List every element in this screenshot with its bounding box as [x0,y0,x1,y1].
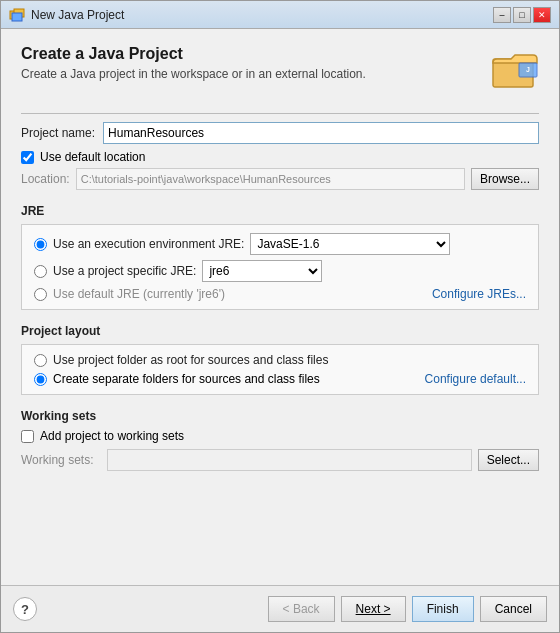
layout-option2-radio[interactable] [34,373,47,386]
jre-section: Use an execution environment JRE: JavaSE… [21,224,539,310]
subtitle: Create a Java project in the workspace o… [21,67,481,81]
minimize-button[interactable]: – [493,7,511,23]
window-title: New Java Project [31,8,487,22]
help-button[interactable]: ? [13,597,37,621]
jre-option2-radio[interactable] [34,265,47,278]
layout-option1-label: Use project folder as root for sources a… [53,353,328,367]
working-sets-label: Working sets: [21,453,101,467]
next-button[interactable]: Next > [341,596,406,622]
layout-option2-label: Create separate folders for sources and … [53,372,320,386]
jre-option2-label: Use a project specific JRE: [53,264,196,278]
project-layout-title: Project layout [21,324,539,338]
project-name-row: Project name: [21,122,539,144]
add-working-sets-checkbox[interactable] [21,430,34,443]
project-layout-section: Use project folder as root for sources a… [21,344,539,395]
jre-option1-label: Use an execution environment JRE: [53,237,244,251]
jre-section-title: JRE [21,204,539,218]
header-text: Create a Java Project Create a Java proj… [21,45,481,81]
help-icon: ? [21,602,29,617]
back-button[interactable]: < Back [268,596,335,622]
jre-environment-dropdown[interactable]: JavaSE-1.6 JavaSE-1.7 JavaSE-1.8 [250,233,450,255]
close-button[interactable]: ✕ [533,7,551,23]
jre-specific-dropdown[interactable]: jre6 jre7 [202,260,322,282]
layout-option2-row: Create separate folders for sources and … [34,372,526,386]
java-project-icon: J [491,45,539,93]
add-working-sets-label: Add project to working sets [40,429,184,443]
select-button[interactable]: Select... [478,449,539,471]
jre-option3-row: Use default JRE (currently 'jre6') Confi… [34,287,526,301]
cancel-button[interactable]: Cancel [480,596,547,622]
working-sets-input[interactable] [107,449,472,471]
project-name-input[interactable] [103,122,539,144]
configure-jres-link[interactable]: Configure JREs... [432,287,526,301]
use-default-location-row: Use default location [21,150,539,164]
maximize-button[interactable]: □ [513,7,531,23]
location-input[interactable] [76,168,465,190]
window-controls: – □ ✕ [493,7,551,23]
titlebar: New Java Project – □ ✕ [1,1,559,29]
jre-option3-label: Use default JRE (currently 'jre6') [53,287,225,301]
svg-rect-2 [12,13,22,21]
jre-option2-row: Use a project specific JRE: jre6 jre7 [34,260,526,282]
layout-option1-radio[interactable] [34,354,47,367]
window-icon [9,7,25,23]
dialog-window: New Java Project – □ ✕ Create a Java Pro… [0,0,560,633]
project-name-label: Project name: [21,126,95,140]
use-default-location-checkbox[interactable] [21,151,34,164]
jre-option1-radio[interactable] [34,238,47,251]
jre-option1-row: Use an execution environment JRE: JavaSE… [34,233,526,255]
configure-default-link[interactable]: Configure default... [425,372,526,386]
browse-button[interactable]: Browse... [471,168,539,190]
working-sets-input-row: Working sets: Select... [21,449,539,471]
location-row: Location: Browse... [21,168,539,190]
main-title: Create a Java Project [21,45,481,63]
header-area: Create a Java Project Create a Java proj… [21,45,539,93]
header-divider [21,113,539,114]
dialog-footer: ? < Back Next > Finish Cancel [1,585,559,632]
svg-text:J: J [526,66,530,73]
dialog-content: Create a Java Project Create a Java proj… [1,29,559,585]
finish-button[interactable]: Finish [412,596,474,622]
use-default-location-label: Use default location [40,150,145,164]
add-working-sets-row: Add project to working sets [21,429,539,443]
working-sets-title: Working sets [21,409,539,423]
location-label: Location: [21,172,70,186]
layout-option1-row: Use project folder as root for sources a… [34,353,526,367]
jre-option3-radio[interactable] [34,288,47,301]
